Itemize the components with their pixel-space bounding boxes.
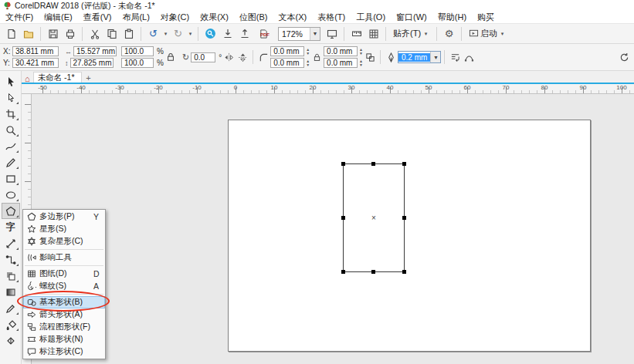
refresh-button[interactable] <box>617 50 631 64</box>
canvas-area[interactable]: × <box>32 94 634 364</box>
flyout-item-arrow-shapes[interactable]: 箭头形状(A) <box>23 308 105 321</box>
y-position-field[interactable]: 30.421 mm <box>12 58 59 68</box>
menu-item-edit[interactable]: 编辑(E) <box>39 11 78 24</box>
print-button[interactable] <box>62 25 78 42</box>
menu-item-table[interactable]: 表格(T) <box>312 11 351 24</box>
selection-handle-bottom-middle[interactable] <box>371 270 375 274</box>
menu-item-layout[interactable]: 布局(L) <box>117 11 154 24</box>
flyout-item-impact[interactable]: 影响工具 <box>23 251 105 264</box>
shape-tool[interactable] <box>2 89 20 106</box>
flyout-item-banner-shapes[interactable]: 标题形状(N) <box>23 333 105 345</box>
lock-ratio-button[interactable] <box>164 50 178 64</box>
cut-button[interactable] <box>86 25 103 42</box>
show-grid-button[interactable] <box>365 25 381 42</box>
selection-handle-bottom-left[interactable] <box>341 270 345 274</box>
convert-to-curves-button[interactable] <box>462 50 476 64</box>
import-button[interactable] <box>219 25 236 42</box>
outline-pen-button[interactable] <box>384 50 398 64</box>
outline-width-combo[interactable]: 0.2 mm ▼ <box>398 51 441 63</box>
menu-item-buy[interactable]: 购买 <box>472 11 500 24</box>
object-width-field[interactable]: 15.527 mm <box>73 46 117 56</box>
ellipse-tool[interactable] <box>2 187 20 203</box>
show-rulers-button[interactable] <box>348 25 364 42</box>
menu-item-text[interactable]: 文本(X) <box>273 11 312 24</box>
menu-item-help[interactable]: 帮助(H) <box>432 11 472 24</box>
flyout-item-star[interactable]: 星形(S) <box>23 223 105 235</box>
selected-rectangle[interactable]: × <box>343 163 405 272</box>
corner-radius-field-1[interactable]: 0.0 mm <box>270 46 304 56</box>
search-content-button[interactable] <box>202 25 219 42</box>
rectangle-tool[interactable] <box>2 170 20 187</box>
fullscreen-preview-button[interactable] <box>324 25 340 42</box>
artistic-media-tool[interactable] <box>2 154 20 170</box>
rotation-angle-field[interactable]: 0.0 <box>191 52 215 62</box>
color-eyedropper-tool[interactable] <box>2 300 20 316</box>
menu-item-tools[interactable]: 工具(O) <box>351 11 391 24</box>
connector-tool[interactable] <box>2 251 20 268</box>
flyout-item-callout-shapes[interactable]: 标注形状(C) <box>23 345 105 358</box>
corner-style-round-button[interactable] <box>256 50 270 64</box>
corner-radius-field-3[interactable]: 0.0 mm <box>324 46 358 56</box>
undo-dropdown-caret[interactable]: ▾ <box>162 31 169 37</box>
menu-item-bitmaps[interactable]: 位图(B) <box>234 11 273 24</box>
scale-x-field[interactable]: 100.0 <box>121 46 154 56</box>
menu-item-window[interactable]: 窗口(W) <box>391 11 432 24</box>
zoom-dropdown-caret[interactable]: ▼ <box>310 28 320 40</box>
mirror-horizontal-button[interactable] <box>222 50 236 64</box>
object-height-field[interactable]: 27.825 mm <box>70 58 114 68</box>
menu-item-object[interactable]: 对象(C) <box>155 11 195 24</box>
zoom-level-combo[interactable]: 172% ▼ <box>278 27 320 41</box>
selection-handle-bottom-right[interactable] <box>402 270 406 274</box>
snap-to-dropdown[interactable]: 贴齐(T) ▾ <box>390 26 432 42</box>
page[interactable]: × <box>228 120 591 352</box>
corner-radius-field-4[interactable]: 0.0 mm <box>324 58 358 68</box>
selection-handle-middle-left[interactable] <box>341 216 345 220</box>
crop-tool[interactable] <box>2 106 20 122</box>
publish-pdf-button[interactable]: PDF <box>253 25 275 42</box>
edit-corners-together-button[interactable] <box>310 50 324 64</box>
selection-handle-top-right[interactable] <box>402 162 406 166</box>
mirror-vertical-button[interactable] <box>236 50 249 64</box>
copy-button[interactable] <box>103 25 120 42</box>
document-tab-active[interactable]: 未命名 -1* <box>33 72 82 83</box>
polygon-tool[interactable] <box>2 203 20 219</box>
smart-fill-tool[interactable] <box>2 332 20 349</box>
horizontal-ruler[interactable]: -50 -40 -30 -20 -10 0 10 20 30 40 50 60 … <box>22 84 634 94</box>
new-document-tab-button[interactable]: + <box>82 72 96 83</box>
redo-button[interactable]: ↻ <box>170 25 186 42</box>
options-button[interactable]: ⚙ <box>441 25 457 42</box>
selection-handle-middle-right[interactable] <box>402 216 406 220</box>
wrap-paragraph-text-button[interactable] <box>448 50 462 64</box>
flyout-item-basic-shapes[interactable]: 基本形状(B) <box>23 296 105 308</box>
transparency-tool[interactable] <box>2 284 20 300</box>
flyout-item-polygon[interactable]: 多边形(P) Y <box>23 211 105 223</box>
scale-y-field[interactable]: 100.0 <box>121 58 154 68</box>
undo-button[interactable]: ↺ <box>145 25 161 42</box>
freehand-tool[interactable] <box>2 138 20 154</box>
flyout-item-spiral[interactable]: 螺纹(S) A <box>23 280 105 292</box>
save-button[interactable] <box>45 25 61 42</box>
open-button[interactable] <box>20 25 36 42</box>
flyout-item-flowchart-shapes[interactable]: 流程图形状(F) <box>23 321 105 333</box>
zoom-tool[interactable] <box>2 122 20 138</box>
selection-handle-top-left[interactable] <box>341 162 345 166</box>
flyout-item-graph-paper[interactable]: 图纸(D) D <box>23 268 105 280</box>
menu-item-view[interactable]: 查看(V) <box>78 11 117 24</box>
object-center-marker[interactable]: × <box>371 213 376 221</box>
export-button[interactable] <box>236 25 253 42</box>
paste-button[interactable] <box>120 25 137 42</box>
flyout-item-complex-star[interactable]: 复杂星形(C) <box>23 235 105 248</box>
text-tool[interactable]: 字 <box>2 219 20 235</box>
interactive-fill-tool[interactable] <box>2 316 20 332</box>
drop-shadow-tool[interactable] <box>2 268 20 284</box>
dimension-tool[interactable] <box>2 235 20 251</box>
launch-dropdown[interactable]: 启动 ▾ <box>466 26 509 42</box>
outline-width-caret[interactable]: ▼ <box>430 52 440 62</box>
pick-tool[interactable] <box>2 73 20 89</box>
relative-corner-scaling-button[interactable] <box>363 50 377 64</box>
selection-handle-top-middle[interactable] <box>371 162 375 166</box>
menu-item-effects[interactable]: 效果(X) <box>195 11 234 24</box>
new-document-button[interactable] <box>3 25 19 42</box>
redo-dropdown-caret[interactable]: ▾ <box>187 31 194 37</box>
x-position-field[interactable]: 38.811 mm <box>12 46 59 56</box>
